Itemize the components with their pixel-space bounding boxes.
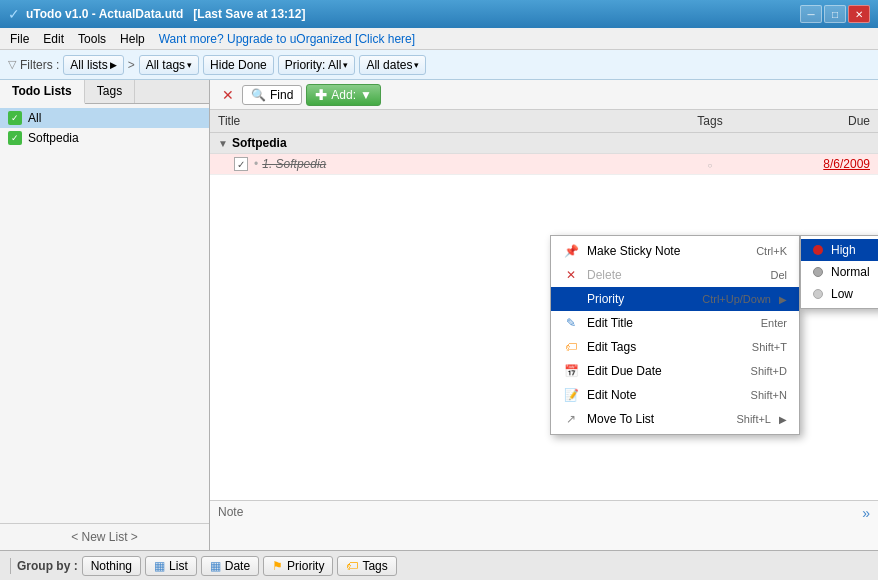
low-dot-icon (813, 289, 823, 299)
ctx-edit-due-shortcut: Shift+D (751, 365, 787, 377)
ctx-priority[interactable]: Priority Ctrl+Up/Down ▶ (551, 287, 799, 311)
ctx-edit-tags-shortcut: Shift+T (752, 341, 787, 353)
sidebar: Todo Lists Tags ✓ All ✓ Softpedia < New … (0, 80, 210, 550)
priority-high-label: High (831, 243, 856, 257)
tags-icon: 🏷 (346, 559, 358, 573)
sidebar-item-label: All (28, 111, 41, 125)
filter-all-lists[interactable]: All lists ▶ (63, 55, 123, 75)
note-area: Note » (210, 500, 878, 550)
sidebar-list: ✓ All ✓ Softpedia (0, 104, 209, 523)
filter-hide-done[interactable]: Hide Done (203, 55, 274, 75)
filter-all-dates[interactable]: All dates ▾ (359, 55, 426, 75)
note-expand-icon[interactable]: » (862, 505, 870, 521)
group-arrow-icon: ▼ (218, 138, 228, 149)
search-icon: 🔍 (251, 88, 266, 102)
add-button[interactable]: ✚ Add: ▼ (306, 84, 381, 106)
add-label: Add: (331, 88, 356, 102)
edit-tags-icon: 🏷 (563, 339, 579, 355)
date-icon: ▦ (210, 559, 221, 573)
group-name: Softpedia (232, 136, 287, 150)
sidebar-tabs: Todo Lists Tags (0, 80, 209, 104)
tab-todo-lists[interactable]: Todo Lists (0, 80, 85, 104)
ctx-move-to-list-shortcut: Shift+L (736, 413, 771, 425)
content-area: ✕ 🔍 Find ✚ Add: ▼ Title Tags Due ▼ Softp… (210, 80, 878, 550)
filter-bar: ▽ Filters : All lists ▶ > All tags ▾ Hid… (0, 50, 878, 80)
sidebar-item-label: Softpedia (28, 131, 79, 145)
ctx-edit-title-label: Edit Title (587, 316, 633, 330)
menu-edit[interactable]: Edit (37, 30, 70, 48)
priority-low[interactable]: Low (801, 283, 878, 305)
priority-normal[interactable]: Normal (801, 261, 878, 283)
sidebar-item-all[interactable]: ✓ All (0, 108, 209, 128)
move-to-list-icon: ↗ (563, 411, 579, 427)
ctx-edit-note-shortcut: Shift+N (751, 389, 787, 401)
ctx-edit-tags[interactable]: 🏷 Edit Tags Shift+T (551, 335, 799, 359)
new-list-button[interactable]: < New List > (0, 523, 209, 550)
ctx-priority-shortcut: Ctrl+Up/Down (702, 293, 771, 305)
ctx-edit-title[interactable]: ✎ Edit Title Enter (551, 311, 799, 335)
table-row[interactable]: ✓ • 1. Softpedia ○ 8/6/2009 (210, 154, 878, 175)
chevron-icon: ▾ (414, 60, 419, 70)
ctx-sticky-label: Make Sticky Note (587, 244, 680, 258)
delete-icon: ✕ (563, 267, 579, 283)
ctx-move-to-list[interactable]: ↗ Move To List Shift+L ▶ (551, 407, 799, 431)
table-header: Title Tags Due (210, 110, 878, 133)
todo-tags: ○ (650, 157, 770, 171)
ctx-edit-due[interactable]: 📅 Edit Due Date Shift+D (551, 359, 799, 383)
title-bar-left: ✓ uTodo v1.0 - ActualData.utd [Last Save… (8, 6, 305, 22)
find-button[interactable]: 🔍 Find (242, 85, 302, 105)
ctx-edit-due-label: Edit Due Date (587, 364, 662, 378)
title-bar: ✓ uTodo v1.0 - ActualData.utd [Last Save… (0, 0, 878, 28)
tab-tags[interactable]: Tags (85, 80, 135, 103)
group-by-date[interactable]: ▦ Date (201, 556, 259, 576)
minimize-button[interactable]: ─ (800, 5, 822, 23)
upgrade-link[interactable]: Want more? Upgrade to uOrganized [Click … (153, 30, 421, 48)
high-dot-icon (813, 245, 823, 255)
ctx-edit-note[interactable]: 📝 Edit Note Shift+N (551, 383, 799, 407)
bullet-icon: • (254, 157, 258, 171)
filter-all-tags[interactable]: All tags ▾ (139, 55, 199, 75)
priority-low-label: Low (831, 287, 853, 301)
close-button[interactable]: ✕ (848, 5, 870, 23)
ctx-delete-shortcut: Del (770, 269, 787, 281)
tags-label: Tags (362, 559, 387, 573)
context-menu: 📌 Make Sticky Note Ctrl+K ✕ Delete Del P… (550, 235, 800, 435)
priority-normal-label: Normal (831, 265, 870, 279)
group-by-list[interactable]: ▦ List (145, 556, 197, 576)
chevron-icon: ▶ (110, 60, 117, 70)
group-by-tags[interactable]: 🏷 Tags (337, 556, 396, 576)
priority-high[interactable]: High (801, 239, 878, 261)
ctx-delete: ✕ Delete Del (551, 263, 799, 287)
filter-priority[interactable]: Priority: All ▾ (278, 55, 356, 75)
close-icon[interactable]: ✕ (218, 85, 238, 105)
title-bar-controls: ─ □ ✕ (800, 5, 870, 23)
list-icon: ▦ (154, 559, 165, 573)
ctx-move-to-list-label: Move To List (587, 412, 654, 426)
todo-title: 1. Softpedia (262, 157, 650, 171)
menu-help[interactable]: Help (114, 30, 151, 48)
ctx-sticky-note[interactable]: 📌 Make Sticky Note Ctrl+K (551, 239, 799, 263)
group-by-priority[interactable]: ⚑ Priority (263, 556, 333, 576)
todo-checkbox[interactable]: ✓ (234, 157, 248, 171)
group-by-nothing[interactable]: Nothing (82, 556, 141, 576)
add-chevron-icon: ▼ (360, 88, 372, 102)
menu-bar: File Edit Tools Help Want more? Upgrade … (0, 28, 878, 50)
ctx-priority-label: Priority (587, 292, 624, 306)
filter-icon: ▽ (8, 58, 16, 71)
col-due-header: Due (770, 114, 870, 128)
sidebar-item-softpedia[interactable]: ✓ Softpedia (0, 128, 209, 148)
ctx-delete-label: Delete (587, 268, 622, 282)
edit-due-icon: 📅 (563, 363, 579, 379)
menu-file[interactable]: File (4, 30, 35, 48)
submenu-arrow-icon: ▶ (779, 294, 787, 305)
find-label: Find (270, 88, 293, 102)
check-icon: ✓ (8, 111, 22, 125)
group-by-label: Group by : (17, 559, 78, 573)
maximize-button[interactable]: □ (824, 5, 846, 23)
menu-tools[interactable]: Tools (72, 30, 112, 48)
date-label: Date (225, 559, 250, 573)
app-icon: ✓ (8, 6, 20, 22)
title-bar-title: uTodo v1.0 - ActualData.utd [Last Save a… (26, 7, 305, 21)
main-layout: Todo Lists Tags ✓ All ✓ Softpedia < New … (0, 80, 878, 550)
add-plus-icon: ✚ (315, 87, 327, 103)
